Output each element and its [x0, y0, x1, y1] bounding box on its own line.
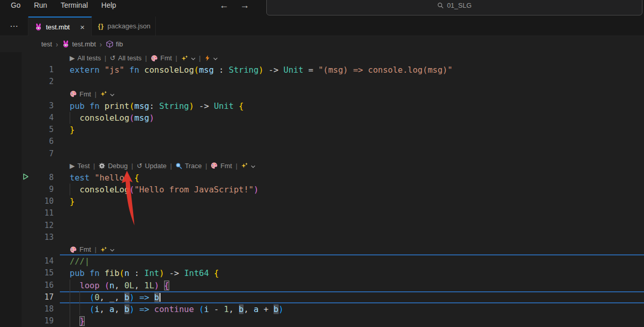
codelens-sparkles[interactable]	[100, 88, 115, 100]
codelens-fmt[interactable]: Fmt	[70, 88, 91, 100]
code-token: )	[189, 101, 194, 111]
gutter-glyph-margin	[22, 64, 38, 76]
code-line: 6	[0, 136, 644, 148]
code-token: =>	[134, 292, 154, 302]
code-token: +	[259, 304, 273, 314]
codelens-all-tests[interactable]: ↺All tests	[110, 52, 141, 64]
code-text[interactable]: ///|	[60, 255, 644, 267]
code-text[interactable]: extern "js" fn consoleLog(msg : String) …	[60, 64, 644, 76]
codelens-all-tests[interactable]: ▶All tests	[70, 52, 101, 64]
code-text[interactable]	[60, 136, 644, 148]
gutter-glyph-margin	[22, 76, 38, 88]
code-text[interactable]: pub fn print(msg: String) -> Unit {	[60, 100, 644, 112]
code-token: test	[70, 173, 90, 183]
code-text[interactable]: }	[60, 195, 644, 207]
codelens-separator: |	[175, 52, 177, 64]
code-token: Unit	[214, 101, 234, 111]
codelens-label: Debug	[108, 160, 127, 172]
code-text[interactable]: test "hello" {	[60, 172, 644, 184]
code-line: 16 loop (n, 0L, 1L) {	[0, 280, 644, 291]
moonbit-rabbit-icon	[62, 40, 70, 48]
forward-arrow-icon[interactable]: →	[240, 1, 249, 10]
code-token	[130, 173, 135, 183]
back-arrow-icon[interactable]: ←	[219, 1, 229, 10]
line-number	[38, 243, 54, 255]
code-token: b	[124, 304, 130, 314]
breadcrumb-item-test-mbt[interactable]: test.mbt	[62, 40, 96, 48]
code-token	[70, 316, 79, 326]
codelens-sparkles[interactable]	[100, 243, 115, 255]
breadcrumb-item-fib[interactable]: fib	[106, 40, 123, 48]
codelens-trace[interactable]: Trace	[175, 160, 202, 172]
code-text[interactable]: loop (n, 0L, 1L) {	[60, 280, 644, 291]
codelens-fmt[interactable]: Fmt	[151, 52, 172, 64]
code-text[interactable]: consoleLog(msg)	[60, 112, 644, 124]
menu-terminal[interactable]: Terminal	[54, 1, 94, 9]
breadcrumb-item-test[interactable]: test	[41, 40, 52, 48]
code-token	[100, 281, 105, 290]
code-token: pub	[70, 101, 85, 111]
code-line: 18 (i, a, b) => continue (i - 1, b, a + …	[0, 303, 644, 315]
code-line: 8test "hello" {	[0, 172, 644, 184]
code-token: :	[149, 101, 159, 111]
code-text[interactable]: }	[60, 315, 644, 327]
code-token: }	[79, 316, 85, 326]
code-line: 3pub fn print(msg: String) -> Unit {	[0, 100, 644, 112]
code-text[interactable]: pub fn fib(n : Int) -> Int64 {	[60, 267, 644, 279]
tab-bar: ⋯ test.mbt × {} packages.json	[0, 17, 644, 36]
tab-packages-json[interactable]: {} packages.json	[92, 17, 156, 36]
code-token: continue	[154, 304, 194, 314]
code-token: }	[70, 125, 75, 135]
chevron-down-icon	[110, 88, 115, 100]
code-token	[70, 185, 79, 194]
codelens-update[interactable]: ↺Update	[137, 160, 167, 172]
menu-run[interactable]: Run	[27, 1, 54, 9]
code-token: ,	[100, 304, 109, 314]
menu-go[interactable]: Go	[4, 1, 27, 9]
codelens-fmt[interactable]: Fmt	[70, 243, 91, 255]
code-text[interactable]	[60, 220, 644, 232]
run-test-button[interactable]	[22, 172, 29, 184]
codelens-fmt[interactable]: Fmt	[211, 160, 232, 172]
code-text[interactable]	[60, 207, 644, 219]
codelens-separator: |	[93, 160, 95, 172]
code-line: 1extern "js" fn consoleLog(msg : String)…	[0, 64, 644, 76]
code-line: 4 consoleLog(msg)	[0, 112, 644, 124]
code-text[interactable]: (i, a, b) => continue (i - 1, b, a + b)	[60, 303, 644, 315]
code-text[interactable]: }	[60, 124, 644, 136]
menu-help[interactable]: Help	[94, 1, 123, 9]
play-icon: ▶	[70, 160, 75, 172]
code-token: ,	[100, 292, 109, 302]
codelens-label: Test	[77, 160, 90, 172]
codelens-bolt[interactable]	[204, 52, 218, 64]
code-text[interactable]: consoleLog("Hello from JavaScript!")	[60, 184, 644, 195]
code-token	[100, 268, 105, 278]
codelens-sparkles[interactable]	[241, 160, 255, 172]
sparkles-icon	[100, 90, 107, 97]
refresh-icon: ↺	[110, 52, 116, 64]
close-tab-icon[interactable]: ×	[78, 23, 86, 31]
line-number: 4	[38, 112, 54, 124]
history-navigation: ← →	[219, 0, 249, 10]
code-token: )	[130, 304, 135, 314]
palette-icon	[151, 55, 158, 62]
indent-guide	[70, 315, 70, 327]
code-text[interactable]	[60, 232, 644, 243]
code-token: String	[229, 65, 259, 75]
codelens-test[interactable]: ▶Test	[70, 160, 90, 172]
code-text[interactable]	[60, 148, 644, 160]
gutter-glyph-margin	[22, 148, 38, 160]
editor-actions-more-button[interactable]: ⋯	[0, 17, 28, 36]
code-text[interactable]	[60, 76, 644, 88]
line-number: 8	[38, 172, 54, 184]
tab-test-mbt[interactable]: test.mbt ×	[28, 17, 92, 36]
codelens-debug[interactable]: Debug	[99, 160, 127, 172]
command-center-search[interactable]: 01_SLG	[266, 0, 642, 15]
code-token: :	[130, 268, 144, 278]
code-text[interactable]: (0, _, b) => b	[60, 291, 644, 303]
code-token: )	[159, 268, 164, 278]
breadcrumb-separator: ›	[100, 40, 102, 48]
line-number: 10	[38, 195, 54, 207]
codelens-sparkles[interactable]	[181, 52, 196, 64]
palette-icon	[70, 246, 77, 253]
